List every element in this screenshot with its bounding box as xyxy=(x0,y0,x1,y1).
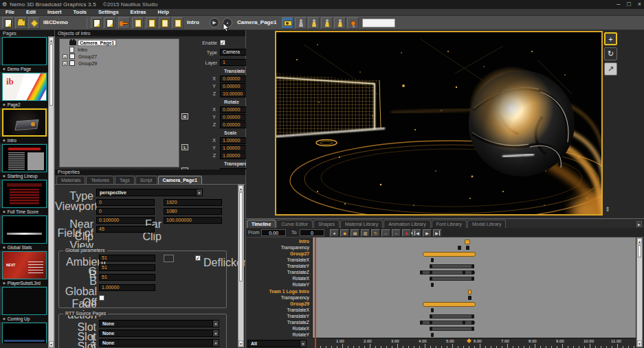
track-filter-dropdown[interactable]: All▼ xyxy=(247,340,307,347)
track-bar[interactable] xyxy=(431,264,473,268)
keyframe[interactable] xyxy=(431,308,434,312)
expand-icon[interactable]: + xyxy=(63,54,67,59)
reload-page-button[interactable] xyxy=(132,17,144,29)
preview-play-button[interactable]: ▶ xyxy=(210,18,219,27)
next-key-button[interactable]: → xyxy=(392,229,401,237)
far-clip-field[interactable]: 100.000000 xyxy=(164,217,222,224)
page-label-row[interactable]: ◆PlayerSubstL3rd xyxy=(0,279,48,286)
keyframe[interactable] xyxy=(431,283,434,287)
new-project-button[interactable] xyxy=(2,17,14,29)
track-name-transparency[interactable]: Transparency xyxy=(281,245,309,250)
side-button-l[interactable]: L xyxy=(181,144,188,150)
move-tool-button[interactable]: + xyxy=(604,32,617,45)
keyframe[interactable] xyxy=(430,327,432,331)
tab-shapes[interactable]: Shapes xyxy=(313,220,340,228)
keyframe[interactable] xyxy=(430,270,432,275)
keyframe[interactable] xyxy=(430,277,432,281)
fov-field[interactable]: 45 xyxy=(96,226,155,233)
toolbar-search-input[interactable] xyxy=(362,19,395,27)
page-thumbnail-coming-up[interactable] xyxy=(2,287,47,315)
keyframe[interactable] xyxy=(471,321,474,325)
slot-dropdown-3[interactable]: None▼ xyxy=(99,339,219,347)
slot-dropdown-2[interactable]: None▼ xyxy=(99,329,219,337)
scroll-up-icon[interactable]: ▲ xyxy=(49,37,54,43)
close-button[interactable]: × xyxy=(638,0,641,9)
tab-curve-editor[interactable]: Curve Editor xyxy=(276,220,313,228)
side-button-b[interactable]: B xyxy=(181,113,188,119)
page-label-row[interactable]: ◆Coming Up xyxy=(0,315,48,322)
keyframe[interactable] xyxy=(471,314,474,318)
off-action-checkbox[interactable] xyxy=(99,295,104,301)
page-label-row[interactable]: ◆Starting Lineup xyxy=(0,172,48,179)
page-thumbnail-demo-page[interactable] xyxy=(2,37,47,65)
page-thumbnail-starting-lineup[interactable] xyxy=(2,144,47,172)
menu-tools[interactable]: Tools xyxy=(74,9,87,15)
tab-script[interactable]: Script xyxy=(135,176,157,184)
track-name-translatez[interactable]: TranslateZ xyxy=(287,270,309,275)
enable-checkbox[interactable]: ✓ xyxy=(220,40,225,45)
bone-tool-button[interactable] xyxy=(321,17,333,29)
keyframe[interactable] xyxy=(463,321,465,325)
track-bar[interactable] xyxy=(423,252,476,257)
menu-edit[interactable]: Edit xyxy=(26,9,36,15)
paste-special-button[interactable] xyxy=(159,17,170,29)
track-name-rotatex[interactable]: RotateX xyxy=(292,326,309,331)
record-button[interactable]: ● xyxy=(330,229,339,237)
new-page-button[interactable] xyxy=(91,17,102,29)
to-field[interactable]: 0 xyxy=(300,229,324,236)
track-name-team-1-logo-intro[interactable]: Team 1 Logo Intro xyxy=(269,289,309,294)
scale-tool-button[interactable]: ↗ xyxy=(604,62,617,76)
tab-model-library[interactable]: Model Library xyxy=(467,220,506,228)
skeleton-tool-button[interactable] xyxy=(295,17,307,29)
paste-keys-button[interactable]: ▥ xyxy=(361,229,370,237)
insert-key-button[interactable]: ◆ xyxy=(340,229,349,237)
track-name-group29[interactable]: Group29 xyxy=(290,301,309,306)
tab-material-library[interactable]: Material Library xyxy=(340,220,383,228)
keyframe[interactable] xyxy=(471,270,474,275)
tab-animation-library[interactable]: Animation Library xyxy=(384,220,430,228)
page-label-row[interactable]: ◆Demo Page xyxy=(0,65,48,72)
slot-dropdown-1[interactable]: None▼ xyxy=(99,320,219,327)
track-bar[interactable] xyxy=(431,314,473,318)
tree-item-intro[interactable]: Intro xyxy=(60,46,179,53)
keyframe[interactable] xyxy=(466,246,469,250)
keyframe[interactable] xyxy=(465,240,470,244)
track-name-translatey[interactable]: TranslateY xyxy=(287,314,309,318)
viewport-width-field[interactable]: 1920 xyxy=(164,199,222,206)
track-name-translatex[interactable]: TranslateX xyxy=(287,308,309,312)
track-bar[interactable] xyxy=(431,327,473,331)
track-name-rotatey[interactable]: RotateY xyxy=(292,332,309,337)
deflicker-checkbox[interactable]: ✓ xyxy=(195,255,201,261)
page-thumbnail-global-stats[interactable] xyxy=(2,216,47,244)
viewport-height-field[interactable]: 1080 xyxy=(164,208,222,215)
properties-scroll-thumb[interactable] xyxy=(239,192,243,281)
page-label-row[interactable]: ◆Intro xyxy=(0,137,48,143)
viewport-frame[interactable] xyxy=(275,31,603,216)
minimize-button[interactable]: – xyxy=(617,0,620,9)
light-tool-button[interactable] xyxy=(347,17,359,29)
page-thumbnail-full-time-score[interactable] xyxy=(2,180,47,208)
ambient-r-field[interactable]: 51 xyxy=(99,255,155,262)
keyframe[interactable] xyxy=(468,290,471,294)
menu-help[interactable]: Help xyxy=(158,9,169,15)
track-name-rotatex[interactable]: RotateX xyxy=(292,276,309,281)
copy-keys-button[interactable]: ▤ xyxy=(351,229,359,237)
scroll-down-icon[interactable]: ▼ xyxy=(637,340,642,347)
ambient-g-field[interactable]: 51 xyxy=(99,264,155,271)
track-name-translatez[interactable]: TranslateZ xyxy=(287,320,309,325)
stop-button[interactable]: ■ xyxy=(402,229,411,237)
page-label-row[interactable]: ◆Global Stats xyxy=(0,244,48,251)
track-bar[interactable] xyxy=(431,277,473,281)
keyframe[interactable] xyxy=(471,327,474,331)
menu-settings[interactable]: Settings xyxy=(98,9,119,15)
scroll-down-icon[interactable]: ▼ xyxy=(49,341,54,347)
paste-new-button[interactable] xyxy=(172,17,184,29)
keyframe[interactable] xyxy=(471,264,474,268)
track-name-translatey[interactable]: TranslateY xyxy=(287,264,309,268)
timeline-scrollbar[interactable]: ▲ ▼ xyxy=(636,237,643,347)
timeline-playhead[interactable] xyxy=(315,237,316,348)
keyframe[interactable] xyxy=(468,296,471,300)
keyframe[interactable] xyxy=(458,246,461,250)
ambient-color-swatch[interactable] xyxy=(164,255,174,262)
tab-materials[interactable]: Materials xyxy=(56,176,85,184)
